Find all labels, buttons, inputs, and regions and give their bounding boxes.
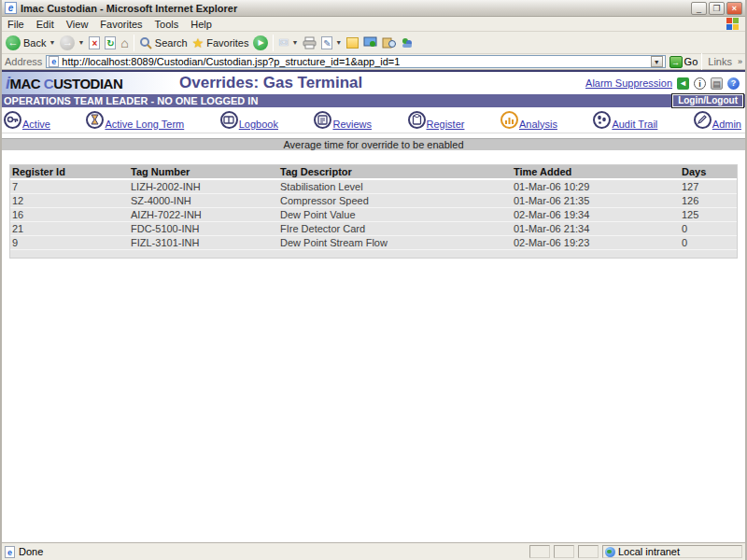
info-icon[interactable]: i [694, 77, 706, 90]
alarm-suppression-link[interactable]: Alarm Suppression [585, 77, 672, 89]
messenger-icon [401, 36, 414, 49]
nav-item-audit-trail[interactable]: Audit Trail [593, 111, 657, 130]
refresh-button[interactable]: ↻ [105, 36, 116, 49]
window-title: Imac Custodian - Microsoft Internet Expl… [21, 3, 691, 14]
windows-logo-icon [726, 18, 740, 31]
hourglass-icon [86, 111, 104, 129]
printer-icon [303, 36, 317, 49]
history-icon [382, 36, 396, 49]
app-header: iMAC CUSTODIAN Overrides: Gas Terminal A… [2, 72, 745, 94]
links-chevron-icon[interactable]: » [738, 57, 742, 66]
nav-item-analysis[interactable]: Analysis [500, 111, 557, 130]
addressbar-separator [701, 53, 702, 70]
zone-label: Local intranet [618, 546, 680, 557]
go-arrow-icon: → [669, 56, 683, 68]
footprints-icon [593, 111, 611, 129]
search-button[interactable]: Search [139, 36, 188, 49]
page-icon: e [49, 56, 59, 67]
column-header-tag-descriptor[interactable]: Tag Descriptor [278, 165, 512, 179]
nav-item-register[interactable]: Register [408, 111, 465, 130]
nav-item-reviews[interactable]: Reviews [314, 111, 372, 130]
print-button[interactable] [303, 36, 317, 49]
operations-status-bar: OPERATIONS TEAM LEADER - NO ONE LOGGED I… [2, 94, 745, 107]
back-dropdown-icon[interactable]: ▼ [49, 39, 55, 46]
address-url: http://localhost:8089/Custodian/Custodia… [62, 56, 400, 67]
window-titlebar: e Imac Custodian - Microsoft Internet Ex… [2, 0, 745, 17]
mail-button[interactable]: ✉ ▼ [278, 35, 298, 49]
page-title: Overrides: Gas Terminal [179, 74, 362, 92]
status-panel [529, 545, 550, 558]
address-label: Address [5, 56, 42, 67]
go-button[interactable]: → Go [669, 56, 698, 68]
stop-button[interactable]: × [89, 36, 100, 49]
favorites-button[interactable]: ★ Favorites [192, 35, 249, 50]
back-nav-icon[interactable]: ◄ [677, 77, 689, 90]
history-button[interactable] [382, 36, 396, 49]
media-button[interactable]: ▶ [253, 35, 268, 50]
forward-arrow-icon: → [60, 35, 75, 50]
edit-dropdown-icon[interactable]: ▼ [335, 39, 342, 46]
login-logout-button[interactable]: Login/Logout [672, 94, 743, 107]
print-page-icon[interactable]: ▤ [711, 77, 723, 90]
table-row[interactable]: 21 FDC-5100-INH FIre Detector Card 01-Ma… [10, 222, 737, 236]
research-button[interactable] [363, 36, 377, 49]
table-row[interactable]: 16 AIZH-7022-INH Dew Point Value 02-Mar-… [10, 208, 737, 222]
address-bar: Address e http://localhost:8089/Custodia… [2, 54, 745, 70]
menu-tools[interactable]: Tools [155, 19, 179, 30]
column-header-tag-number[interactable]: Tag Number [129, 165, 278, 179]
ie-status-bar: e Done Local intranet [2, 542, 745, 560]
favorites-star-icon: ★ [192, 35, 204, 50]
key-icon [4, 111, 21, 129]
security-zone-panel: Local intranet [602, 545, 742, 558]
menu-view[interactable]: View [66, 19, 89, 30]
back-button[interactable]: ← Back ▼ [6, 35, 55, 50]
nav-item-admin[interactable]: Admin [694, 111, 741, 130]
nav-item-active-long-term[interactable]: Active Long Term [86, 111, 184, 130]
maximize-button[interactable]: ❐ [709, 2, 725, 15]
mail-dropdown-icon[interactable]: ▼ [291, 39, 298, 46]
address-dropdown-icon[interactable]: ▼ [651, 56, 663, 67]
bar-chart-icon [500, 111, 518, 129]
menu-file[interactable]: File [7, 19, 24, 30]
help-icon[interactable]: ? [727, 77, 740, 90]
pencil-icon [694, 111, 712, 129]
discuss-button[interactable] [346, 37, 359, 49]
forward-button[interactable]: → ▼ [60, 35, 84, 50]
menu-favorites[interactable]: Favorites [100, 19, 142, 30]
menu-edit[interactable]: Edit [36, 19, 54, 30]
toolbar-separator [273, 35, 274, 51]
edit-button[interactable]: ✎ ▼ [321, 36, 342, 49]
column-header-time-added[interactable]: Time Added [512, 165, 680, 179]
toolbar-separator [134, 35, 134, 51]
table-row[interactable]: 7 LIZH-2002-INH Stabilisation Level 01-M… [10, 179, 737, 194]
main-navigation: Active Active Long Term Logbook Reviews … [2, 107, 745, 133]
messenger-button[interactable] [401, 36, 414, 49]
back-arrow-icon: ← [6, 35, 21, 50]
column-header-register-id[interactable]: Register Id [10, 165, 129, 179]
notepad-icon [314, 111, 331, 129]
nav-item-active[interactable]: Active [4, 111, 50, 130]
logged-in-status: OPERATIONS TEAM LEADER - NO ONE LOGGED I… [4, 95, 258, 106]
edit-page-icon: ✎ [321, 36, 332, 49]
table-header-row: Register Id Tag Number Tag Descriptor Ti… [10, 165, 737, 179]
table-row[interactable]: 12 SZ-4000-INH Compressor Speed 01-Mar-0… [10, 194, 737, 208]
search-icon [139, 36, 152, 49]
subtitle-bar: Average time for override to be enabled [2, 138, 745, 151]
status-panel [554, 545, 574, 558]
monitor-icon [363, 36, 377, 49]
status-panel [578, 545, 599, 558]
home-button[interactable]: ⌂ [120, 35, 128, 50]
home-icon: ⌂ [120, 35, 128, 50]
nav-item-logbook[interactable]: Logbook [220, 111, 278, 130]
minimize-button[interactable]: _ [691, 2, 707, 15]
forward-dropdown-icon[interactable]: ▼ [78, 39, 84, 46]
address-input[interactable]: e http://localhost:8089/Custodian/Custod… [46, 55, 665, 68]
status-text: Done [19, 546, 43, 557]
links-label[interactable]: Links [708, 56, 732, 67]
table-row[interactable]: 9 FIZL-3101-INH Dew Point Stream Flow 02… [10, 236, 737, 250]
clipboard-icon [408, 111, 426, 129]
menu-help[interactable]: Help [190, 19, 212, 30]
menu-bar: File Edit View Favorites Tools Help [2, 17, 745, 32]
close-button[interactable]: × [726, 2, 742, 15]
column-header-days[interactable]: Days [680, 165, 737, 179]
